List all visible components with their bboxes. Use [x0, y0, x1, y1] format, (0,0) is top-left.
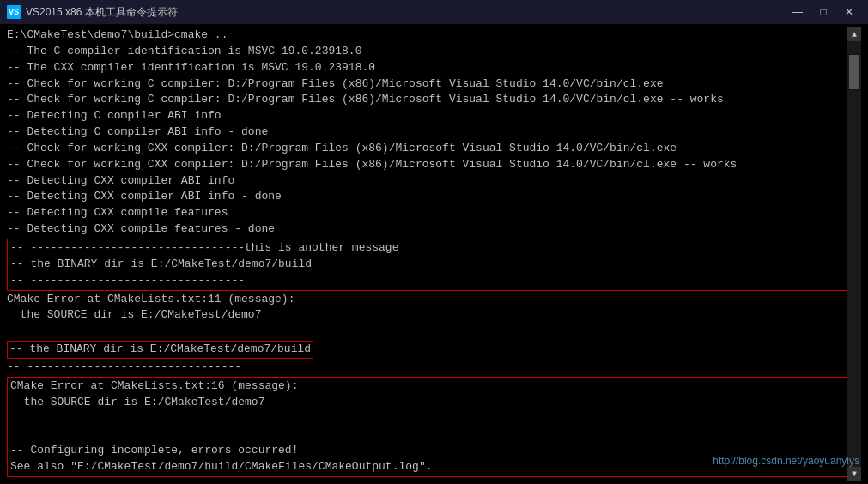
titlebar-left: VS VS2015 x86 本机工具命令提示符 — [7, 5, 178, 20]
box1-line-3: -- -------------------------------- — [10, 273, 844, 289]
red-box-1: -- --------------------------------this … — [7, 239, 847, 291]
terminal-window: E:\CMakeTest\demo7\build>cmake .. -- The… — [0, 24, 868, 484]
window-controls: — □ ✕ — [786, 3, 861, 21]
output-line: -- Check for working CXX compiler: D:/Pr… — [7, 157, 847, 173]
cmake-error2-line: the SOURCE dir is E:/CMakeTest/demo7 — [10, 395, 844, 411]
prompt-top: E:\CMakeTest\demo7\build>cmake .. — [7, 27, 847, 44]
cmake-error1-line: CMake Error at CMakeLists.txt:11 (messag… — [7, 292, 847, 308]
output-lines: -- The C compiler identification is MSVC… — [7, 44, 847, 238]
cmake-error2-line — [10, 427, 844, 443]
output-line: -- Check for working CXX compiler: D:/Pr… — [7, 141, 847, 157]
maximize-button[interactable]: □ — [811, 3, 835, 21]
output-line: -- Detecting CXX compiler ABI info — [7, 173, 847, 190]
spacer-1 — [7, 324, 847, 340]
output-line: -- Detecting C compiler ABI info — [7, 108, 847, 124]
window-title: VS2015 x86 本机工具命令提示符 — [26, 5, 178, 20]
scroll-up-arrow[interactable]: ▲ — [847, 27, 861, 41]
app-icon: VS — [7, 5, 21, 19]
output-line: -- Detecting C compiler ABI info - done — [7, 124, 847, 141]
watermark: http://blog.csdn.net/yaoyuanylys — [713, 455, 859, 467]
output-line: -- The C compiler identification is MSVC… — [7, 44, 847, 60]
output-line: -- Detecting CXX compiler ABI info - don… — [7, 189, 847, 205]
titlebar: VS VS2015 x86 本机工具命令提示符 — □ ✕ — [0, 0, 868, 24]
scroll-thumb[interactable] — [849, 55, 859, 89]
box1-line-1: -- --------------------------------this … — [10, 240, 844, 257]
close-button[interactable]: ✕ — [837, 3, 861, 21]
output-line: -- Detecting CXX compile features — [7, 205, 847, 221]
cmake-error2-line: CMake Error at CMakeLists.txt:16 (messag… — [10, 378, 844, 395]
prompt-bottom: E:\CMakeTest\demo7\build>_ — [7, 478, 847, 481]
output-line: -- Check for working C compiler: D:/Prog… — [7, 76, 847, 93]
box2-wrapper: -- the BINARY dir is E:/CMakeTest/demo7/… — [7, 341, 847, 359]
terminal-output: E:\CMakeTest\demo7\build>cmake .. -- The… — [7, 27, 847, 481]
box2-dashes: -- -------------------------------- — [7, 360, 847, 376]
output-line: -- Check for working C compiler: D:/Prog… — [7, 92, 847, 108]
scrollbar[interactable]: ▲ ▼ — [847, 27, 861, 481]
cmake-error2-line — [10, 410, 844, 427]
icon-text: VS — [9, 8, 19, 17]
output-line: -- The CXX compiler identification is MS… — [7, 60, 847, 76]
cmake-error-1: CMake Error at CMakeLists.txt:11 (messag… — [7, 292, 847, 324]
minimize-button[interactable]: — — [786, 3, 810, 21]
scroll-down-arrow[interactable]: ▼ — [847, 467, 861, 481]
output-line: -- Detecting CXX compile features - done — [7, 221, 847, 238]
cmake-error1-line: the SOURCE dir is E:/CMakeTest/demo7 — [7, 307, 847, 324]
red-box-2-line: -- the BINARY dir is E:/CMakeTest/demo7/… — [7, 341, 313, 359]
box1-line-2: -- the BINARY dir is E:/CMakeTest/demo7/… — [10, 257, 844, 273]
